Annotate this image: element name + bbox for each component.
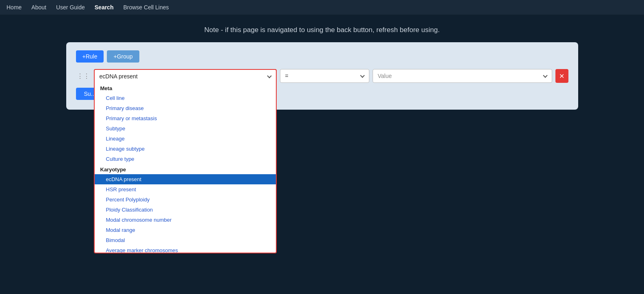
field-dropdown-list[interactable]: Meta Cell line Primary disease Primary o… — [94, 83, 277, 253]
dropdown-item-primary-disease[interactable]: Primary disease — [95, 103, 276, 113]
value-placeholder: Value — [378, 73, 392, 79]
field-select-value: ecDNA present — [100, 73, 138, 80]
dropdown-item-ploidy-classification[interactable]: Ploidy Classification — [95, 205, 276, 215]
dropdown-item-percent-polyploidy[interactable]: Percent Polyploidy — [95, 195, 276, 205]
navigation: Home About User Guide Search Browse Cell… — [0, 0, 644, 15]
dropdown-item-modal-range[interactable]: Modal range — [95, 225, 276, 235]
rule-row: ⋮⋮ ecDNA present Meta Cell line Primary … — [76, 69, 568, 83]
value-chevron-icon — [543, 73, 547, 78]
search-panel: +Rule +Group ⋮⋮ ecDNA present Meta Cell … — [66, 42, 578, 110]
operator-chevron-icon — [360, 73, 364, 78]
add-group-button[interactable]: +Group — [107, 50, 139, 63]
field-select-display[interactable]: ecDNA present — [94, 69, 277, 83]
dropdown-item-cell-line[interactable]: Cell line — [95, 93, 276, 103]
nav-home[interactable]: Home — [7, 4, 22, 11]
dropdown-item-lineage[interactable]: Lineage — [95, 134, 276, 144]
nav-browse-cell-lines[interactable]: Browse Cell Lines — [123, 4, 169, 11]
delete-rule-button[interactable]: ✕ — [555, 69, 568, 83]
operator-value: = — [285, 73, 288, 79]
dropdown-item-lineage-subtype[interactable]: Lineage subtype — [95, 144, 276, 154]
nav-search[interactable]: Search — [95, 4, 114, 11]
dropdown-item-culture-type[interactable]: Culture type — [95, 154, 276, 164]
add-rule-button[interactable]: +Rule — [76, 50, 104, 63]
field-select-wrapper: ecDNA present Meta Cell line Primary dis… — [94, 69, 277, 83]
dropdown-item-primary-or-metastasis[interactable]: Primary or metastasis — [95, 113, 276, 123]
dropdown-item-modal-chromosome-number[interactable]: Modal chromosome number — [95, 215, 276, 225]
operator-select[interactable]: = — [280, 69, 369, 83]
group-label-karyotype: Karyotype — [95, 164, 276, 174]
group-label-meta: Meta — [95, 83, 276, 93]
nav-user-guide[interactable]: User Guide — [56, 4, 85, 11]
dropdown-item-ecdna-present[interactable]: ecDNA present — [95, 174, 276, 184]
note-text: Note - if this page is navigated to usin… — [0, 15, 644, 42]
dropdown-item-hsr-present[interactable]: HSR present — [95, 184, 276, 195]
dropdown-item-subtype[interactable]: Subtype — [95, 123, 276, 134]
dropdown-item-average-marker-chromosomes[interactable]: Average marker chromosomes — [95, 245, 276, 253]
nav-about[interactable]: About — [31, 4, 46, 11]
chevron-down-icon — [267, 74, 271, 78]
value-select[interactable]: Value — [373, 69, 552, 83]
drag-handle-icon[interactable]: ⋮⋮ — [76, 72, 91, 80]
dropdown-item-bimodal[interactable]: Bimodal — [95, 235, 276, 245]
toolbar-row: +Rule +Group — [76, 50, 568, 63]
